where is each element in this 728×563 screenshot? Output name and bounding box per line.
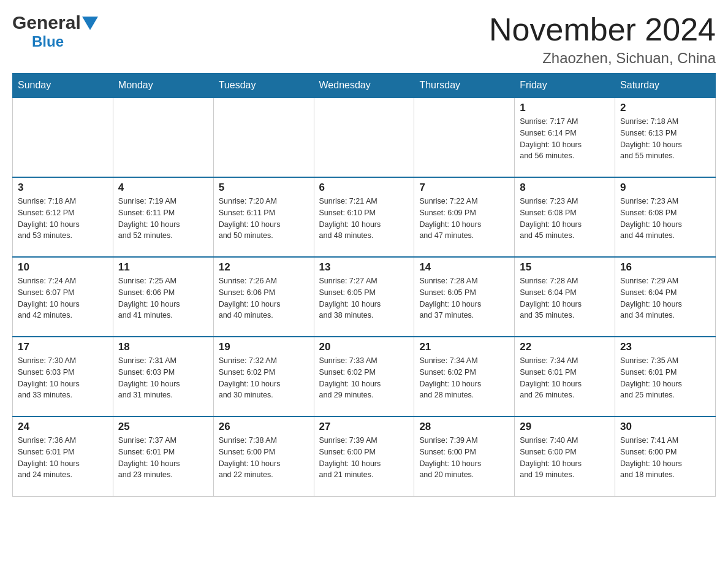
svg-marker-0 xyxy=(82,17,98,30)
day-number: 19 xyxy=(219,341,309,353)
day-number: 12 xyxy=(219,261,309,274)
calendar-cell: 10Sunrise: 7:24 AMSunset: 6:07 PMDayligh… xyxy=(13,257,113,337)
calendar-cell: 12Sunrise: 7:26 AMSunset: 6:06 PMDayligh… xyxy=(213,257,314,337)
day-number: 5 xyxy=(219,182,309,194)
day-info: Sunrise: 7:30 AMSunset: 6:03 PMDaylight:… xyxy=(18,355,108,401)
calendar-cell: 18Sunrise: 7:31 AMSunset: 6:03 PMDayligh… xyxy=(113,337,213,416)
day-info: Sunrise: 7:38 AMSunset: 6:00 PMDaylight:… xyxy=(219,435,309,481)
calendar-cell: 4Sunrise: 7:19 AMSunset: 6:11 PMDaylight… xyxy=(113,177,213,257)
logo-general-text: General xyxy=(12,12,81,33)
logo-arrow-icon xyxy=(82,17,98,30)
day-info: Sunrise: 7:36 AMSunset: 6:01 PMDaylight:… xyxy=(18,435,108,481)
day-info: Sunrise: 7:35 AMSunset: 6:01 PMDaylight:… xyxy=(620,355,710,401)
page-header: General Blue November 2024 Zhaozhen, Sic… xyxy=(12,12,716,67)
day-info: Sunrise: 7:19 AMSunset: 6:11 PMDaylight:… xyxy=(118,196,208,242)
logo-blue-text: Blue xyxy=(32,33,64,50)
day-number: 30 xyxy=(620,421,710,433)
calendar-cell: 14Sunrise: 7:28 AMSunset: 6:05 PMDayligh… xyxy=(414,257,515,337)
day-number: 21 xyxy=(419,341,509,353)
day-number: 7 xyxy=(419,182,509,194)
calendar-cell: 30Sunrise: 7:41 AMSunset: 6:00 PMDayligh… xyxy=(615,416,716,496)
day-number: 14 xyxy=(419,261,509,274)
day-number: 29 xyxy=(520,421,610,433)
calendar-cell: 20Sunrise: 7:33 AMSunset: 6:02 PMDayligh… xyxy=(314,337,414,416)
day-number: 15 xyxy=(520,261,610,274)
calendar-cell: 23Sunrise: 7:35 AMSunset: 6:01 PMDayligh… xyxy=(615,337,716,416)
day-info: Sunrise: 7:31 AMSunset: 6:03 PMDaylight:… xyxy=(118,355,208,401)
calendar-cell: 5Sunrise: 7:20 AMSunset: 6:11 PMDaylight… xyxy=(213,177,314,257)
calendar-cell xyxy=(13,98,113,177)
day-number: 17 xyxy=(18,341,108,353)
calendar-header-tuesday: Tuesday xyxy=(213,74,314,98)
calendar-cell: 29Sunrise: 7:40 AMSunset: 6:00 PMDayligh… xyxy=(515,416,615,496)
day-info: Sunrise: 7:37 AMSunset: 6:01 PMDaylight:… xyxy=(118,435,208,481)
day-number: 16 xyxy=(620,261,710,274)
calendar-header-monday: Monday xyxy=(113,74,213,98)
calendar-cell: 13Sunrise: 7:27 AMSunset: 6:05 PMDayligh… xyxy=(314,257,414,337)
day-info: Sunrise: 7:17 AMSunset: 6:14 PMDaylight:… xyxy=(520,116,610,162)
calendar-cell: 25Sunrise: 7:37 AMSunset: 6:01 PMDayligh… xyxy=(113,416,213,496)
day-number: 10 xyxy=(18,261,108,274)
day-number: 23 xyxy=(620,341,710,353)
day-info: Sunrise: 7:39 AMSunset: 6:00 PMDaylight:… xyxy=(319,435,409,481)
calendar-week-4: 17Sunrise: 7:30 AMSunset: 6:03 PMDayligh… xyxy=(13,337,716,416)
day-info: Sunrise: 7:39 AMSunset: 6:00 PMDaylight:… xyxy=(419,435,509,481)
day-info: Sunrise: 7:18 AMSunset: 6:13 PMDaylight:… xyxy=(620,116,710,162)
day-info: Sunrise: 7:32 AMSunset: 6:02 PMDaylight:… xyxy=(219,355,309,401)
day-info: Sunrise: 7:22 AMSunset: 6:09 PMDaylight:… xyxy=(419,196,509,242)
calendar-cell: 26Sunrise: 7:38 AMSunset: 6:00 PMDayligh… xyxy=(213,416,314,496)
day-number: 6 xyxy=(319,182,409,194)
day-number: 28 xyxy=(419,421,509,433)
day-info: Sunrise: 7:28 AMSunset: 6:05 PMDaylight:… xyxy=(419,275,509,321)
calendar-cell: 3Sunrise: 7:18 AMSunset: 6:12 PMDaylight… xyxy=(13,177,113,257)
calendar-cell: 24Sunrise: 7:36 AMSunset: 6:01 PMDayligh… xyxy=(13,416,113,496)
day-number: 18 xyxy=(118,341,208,353)
calendar-cell: 22Sunrise: 7:34 AMSunset: 6:01 PMDayligh… xyxy=(515,337,615,416)
calendar-cell: 27Sunrise: 7:39 AMSunset: 6:00 PMDayligh… xyxy=(314,416,414,496)
calendar-cell: 8Sunrise: 7:23 AMSunset: 6:08 PMDaylight… xyxy=(515,177,615,257)
day-info: Sunrise: 7:27 AMSunset: 6:05 PMDaylight:… xyxy=(319,275,409,321)
day-number: 26 xyxy=(219,421,309,433)
calendar-cell xyxy=(113,98,213,177)
day-number: 27 xyxy=(319,421,409,433)
calendar-cell: 16Sunrise: 7:29 AMSunset: 6:04 PMDayligh… xyxy=(615,257,716,337)
day-info: Sunrise: 7:18 AMSunset: 6:12 PMDaylight:… xyxy=(18,196,108,242)
day-info: Sunrise: 7:34 AMSunset: 6:02 PMDaylight:… xyxy=(419,355,509,401)
day-info: Sunrise: 7:41 AMSunset: 6:00 PMDaylight:… xyxy=(620,435,710,481)
calendar-cell: 6Sunrise: 7:21 AMSunset: 6:10 PMDaylight… xyxy=(314,177,414,257)
day-info: Sunrise: 7:21 AMSunset: 6:10 PMDaylight:… xyxy=(319,196,409,242)
day-number: 20 xyxy=(319,341,409,353)
calendar-cell: 15Sunrise: 7:28 AMSunset: 6:04 PMDayligh… xyxy=(515,257,615,337)
calendar-week-3: 10Sunrise: 7:24 AMSunset: 6:07 PMDayligh… xyxy=(13,257,716,337)
location: Zhaozhen, Sichuan, China xyxy=(489,50,716,67)
day-info: Sunrise: 7:33 AMSunset: 6:02 PMDaylight:… xyxy=(319,355,409,401)
logo-icon: General xyxy=(12,12,98,33)
calendar-week-5: 24Sunrise: 7:36 AMSunset: 6:01 PMDayligh… xyxy=(13,416,716,496)
day-number: 11 xyxy=(118,261,208,274)
calendar-week-2: 3Sunrise: 7:18 AMSunset: 6:12 PMDaylight… xyxy=(13,177,716,257)
day-number: 9 xyxy=(620,182,710,194)
day-number: 8 xyxy=(520,182,610,194)
month-year: November 2024 xyxy=(489,12,716,47)
calendar-header-friday: Friday xyxy=(515,74,615,98)
day-info: Sunrise: 7:29 AMSunset: 6:04 PMDaylight:… xyxy=(620,275,710,321)
calendar-cell: 19Sunrise: 7:32 AMSunset: 6:02 PMDayligh… xyxy=(213,337,314,416)
calendar-table: SundayMondayTuesdayWednesdayThursdayFrid… xyxy=(12,73,716,497)
day-info: Sunrise: 7:24 AMSunset: 6:07 PMDaylight:… xyxy=(18,275,108,321)
day-number: 3 xyxy=(18,182,108,194)
calendar-cell: 21Sunrise: 7:34 AMSunset: 6:02 PMDayligh… xyxy=(414,337,515,416)
calendar-cell: 9Sunrise: 7:23 AMSunset: 6:08 PMDaylight… xyxy=(615,177,716,257)
calendar-cell: 11Sunrise: 7:25 AMSunset: 6:06 PMDayligh… xyxy=(113,257,213,337)
calendar-cell: 28Sunrise: 7:39 AMSunset: 6:00 PMDayligh… xyxy=(414,416,515,496)
calendar-header-thursday: Thursday xyxy=(414,74,515,98)
calendar-cell: 17Sunrise: 7:30 AMSunset: 6:03 PMDayligh… xyxy=(13,337,113,416)
day-number: 25 xyxy=(118,421,208,433)
day-info: Sunrise: 7:23 AMSunset: 6:08 PMDaylight:… xyxy=(620,196,710,242)
calendar-header-wednesday: Wednesday xyxy=(314,74,414,98)
calendar-cell: 1Sunrise: 7:17 AMSunset: 6:14 PMDaylight… xyxy=(515,98,615,177)
day-info: Sunrise: 7:34 AMSunset: 6:01 PMDaylight:… xyxy=(520,355,610,401)
day-number: 13 xyxy=(319,261,409,274)
calendar-cell xyxy=(414,98,515,177)
day-number: 2 xyxy=(620,102,710,114)
day-info: Sunrise: 7:40 AMSunset: 6:00 PMDaylight:… xyxy=(520,435,610,481)
